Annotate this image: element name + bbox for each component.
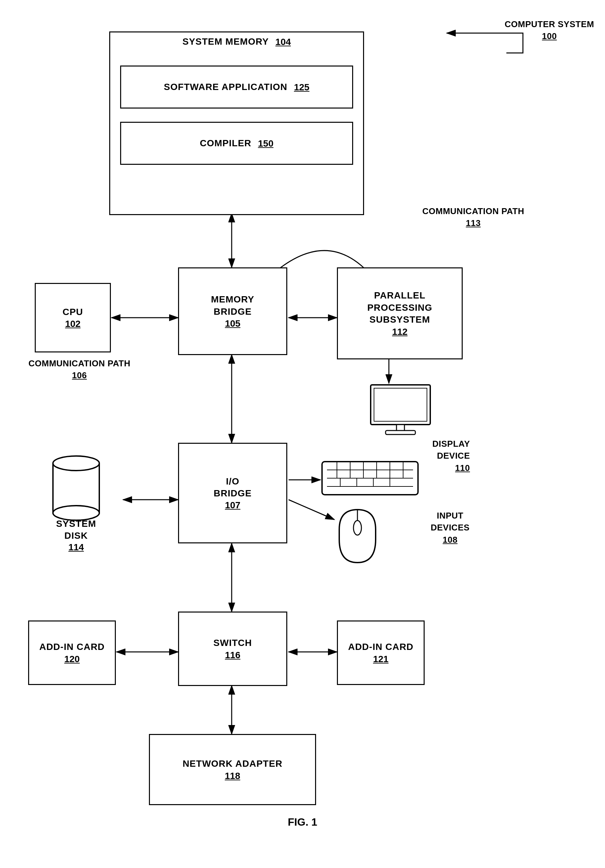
diagram: COMPUTER SYSTEM 100 SYSTEM MEMORY 104 SO… [0,0,605,868]
svg-rect-17 [374,388,427,421]
svg-point-21 [53,456,99,471]
input-devices-label: INPUTDEVICES 108 [407,510,493,546]
system-disk-label: SYSTEMDISK 114 [28,518,124,553]
display-device-icon [368,383,434,436]
comm-path-106-label: COMMUNICATION PATH 106 [28,357,131,381]
switch-box: SWITCH 116 [178,612,287,686]
mouse-icon-area [334,506,400,576]
keyboard-icon-area [320,460,433,503]
computer-system-label: COMPUTER SYSTEM 100 [503,18,596,42]
parallel-processing-box: PARALLELPROCESSINGSUBSYSTEM 112 [337,267,463,360]
system-disk-icon [47,450,106,523]
comm-path-113-label: COMMUNICATION PATH 113 [420,205,526,229]
system-disk-area: SYSTEMDISK 114 [28,450,124,553]
svg-rect-19 [386,431,415,434]
cpu-box: CPU 102 [35,283,111,352]
svg-point-44 [354,521,361,535]
io-bridge-box: I/OBRIDGE 107 [178,443,287,543]
memory-bridge-box: MEMORYBRIDGE 105 [178,267,287,355]
mouse-icon [334,506,381,566]
software-application-box: SOFTWARE APPLICATION 125 [120,65,353,108]
compiler-box: COMPILER 150 [120,122,353,165]
network-adapter-box: NETWORK ADAPTER 118 [149,734,316,805]
add-in-card-120-box: ADD-IN CARD 120 [28,620,116,685]
keyboard-icon [320,460,420,496]
fig-label: FIG. 1 [0,816,605,828]
display-device-area: DISPLAYDEVICE 110 [351,383,450,456]
add-in-card-121-box: ADD-IN CARD 121 [337,620,425,685]
system-memory-box: SYSTEM MEMORY 104 SOFTWARE APPLICATION 1… [109,31,364,215]
